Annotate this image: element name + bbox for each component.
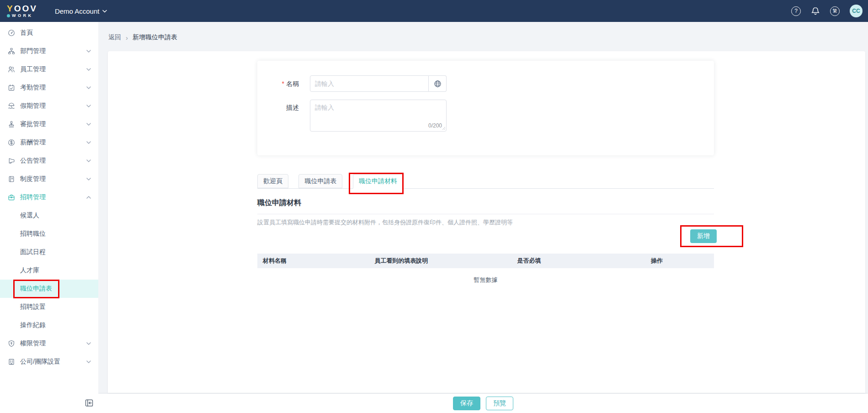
- account-name: Demo Account: [55, 7, 100, 15]
- desc-label-text: 描述: [286, 104, 299, 111]
- help-glyph: ?: [794, 8, 798, 14]
- sidebar-item-job-application-form[interactable]: 職位申請表: [0, 280, 98, 298]
- sidebar-item-home[interactable]: 首頁: [0, 24, 98, 42]
- dashboard-icon: [8, 29, 15, 37]
- user-avatar[interactable]: CC: [850, 5, 863, 17]
- name-label-text: 名稱: [286, 80, 299, 87]
- sidebar-item-payroll[interactable]: 薪酬管理: [0, 133, 98, 152]
- preview-button[interactable]: 預覽: [486, 397, 513, 410]
- sidebar-item-recruitment[interactable]: 招聘管理: [0, 188, 98, 206]
- name-field-label: *名稱: [257, 80, 299, 88]
- column-header-material-name: 材料名稱: [257, 257, 344, 265]
- resize-handle-icon[interactable]: [442, 126, 446, 130]
- app-window: YOOV WORK Demo Account ? 繁 CC 首頁: [0, 0, 868, 413]
- sidebar-item-policies[interactable]: 制度管理: [0, 170, 98, 188]
- sidebar-item-interview-schedule[interactable]: 面試日程: [0, 243, 98, 261]
- sidebar-item-approvals[interactable]: 審批管理: [0, 115, 98, 133]
- sidebar-item-label: 審批管理: [20, 120, 46, 128]
- name-input-group: [310, 75, 447, 92]
- description-textarea[interactable]: [310, 100, 447, 132]
- avatar-initials: CC: [852, 8, 860, 14]
- sidebar-item-label: 首頁: [20, 29, 33, 37]
- sidebar-item-label: 制度管理: [20, 175, 46, 183]
- sidebar-item-candidates[interactable]: 候選人: [0, 206, 98, 225]
- sidebar-item-label: 薪酬管理: [20, 138, 46, 147]
- sidebar-collapse-icon[interactable]: [85, 398, 94, 408]
- logo-dot-icon: [7, 14, 10, 17]
- language-glyph: 繁: [833, 8, 837, 14]
- briefcase-icon: [8, 194, 15, 201]
- sidebar-item-operation-records[interactable]: 操作紀錄: [0, 316, 98, 334]
- breadcrumb-current: 新增職位申請表: [133, 33, 177, 42]
- tab-label: 職位申請表: [304, 177, 336, 185]
- vacation-icon: [8, 102, 15, 110]
- sidebar-item-label: 候選人: [20, 212, 39, 220]
- sidebar-item-job-positions[interactable]: 招聘職位: [0, 225, 98, 243]
- section-description: 設置員工填寫職位申請時需要提交的材料附件，包括身份證原件復印件、個人證件照、學歷…: [257, 218, 714, 227]
- logo-work: WORK: [12, 14, 33, 18]
- sidebar-item-permissions[interactable]: 權限管理: [0, 334, 98, 353]
- sidebar-item-label: 面試日程: [20, 248, 46, 256]
- sidebar-item-label: 人才庫: [20, 266, 39, 275]
- calendar-check-icon: [8, 84, 15, 91]
- chevron-down-icon: [86, 105, 91, 107]
- logo-subline: WORK: [7, 14, 37, 18]
- chevron-down-icon: [86, 68, 91, 71]
- megaphone-icon: [8, 157, 15, 164]
- sidebar-item-company-settings[interactable]: 公司/團隊設置: [0, 353, 98, 371]
- column-header-instructions: 員工看到的填表說明: [344, 257, 458, 265]
- add-button[interactable]: 新增: [690, 229, 717, 243]
- save-button[interactable]: 保存: [453, 397, 480, 410]
- language-toggle[interactable]: 繁: [830, 6, 840, 16]
- sidebar-item-employees[interactable]: 員工管理: [0, 60, 98, 79]
- sidebar-item-label: 權限管理: [20, 339, 46, 348]
- name-input[interactable]: [310, 75, 429, 92]
- help-icon[interactable]: ?: [791, 6, 801, 16]
- form-card: *名稱 描述 0/200: [257, 61, 714, 155]
- handbook-icon: [8, 175, 15, 183]
- notification-bell-icon[interactable]: [811, 6, 820, 16]
- tab-welcome-page[interactable]: 歡迎頁: [257, 174, 288, 188]
- sidebar-item-announcements[interactable]: 公告管理: [0, 152, 98, 170]
- org-chart-icon: [8, 48, 15, 55]
- char-counter: 0/200: [428, 122, 442, 129]
- account-switcher[interactable]: Demo Account: [55, 7, 107, 15]
- sidebar-item-label: 員工管理: [20, 65, 46, 74]
- section-divider: [257, 214, 714, 214]
- sidebar-item-departments[interactable]: 部門管理: [0, 42, 98, 60]
- required-asterisk: *: [282, 80, 284, 87]
- translate-addon-button[interactable]: [429, 75, 447, 92]
- tab-job-application-materials[interactable]: 職位申請材料: [353, 174, 403, 189]
- sidebar-item-label: 操作紀錄: [20, 321, 46, 329]
- logo-y: Y: [7, 4, 14, 13]
- description-textarea-wrap: 0/200: [310, 100, 447, 132]
- header-actions: ? 繁 CC: [791, 5, 868, 17]
- sidebar-item-label: 假期管理: [20, 102, 46, 110]
- chevron-down-icon: [102, 10, 107, 13]
- sidebar-item-label: 考勤管理: [20, 84, 46, 92]
- chevron-down-icon: [86, 86, 91, 89]
- section-title: 職位申請材料: [257, 198, 301, 208]
- chevron-down-icon: [86, 360, 91, 363]
- sidebar-item-label: 公司/團隊設置: [20, 358, 60, 366]
- main-content-panel: *名稱 描述 0/200 歡迎頁 職位申請表 職位申請材料 職位申請材料 設置員…: [108, 51, 865, 393]
- chevron-down-icon: [86, 50, 91, 53]
- sidebar-item-label: 部門管理: [20, 47, 46, 55]
- tab-label: 職位申請材料: [359, 177, 397, 185]
- sidebar-item-label: 職位申請表: [20, 285, 52, 293]
- chevron-down-icon: [86, 141, 91, 144]
- yoov-work-logo[interactable]: YOOV WORK: [7, 4, 37, 18]
- footer-actions-bar: 保存 預覽: [98, 394, 868, 413]
- description-field-label: 描述: [257, 104, 299, 112]
- breadcrumb: 返回 › 新增職位申請表: [108, 31, 177, 44]
- sidebar-item-label: 公告管理: [20, 157, 46, 165]
- breadcrumb-separator: ›: [126, 34, 128, 42]
- breadcrumb-back-link[interactable]: 返回: [108, 33, 121, 42]
- sidebar-menu: 首頁 部門管理 員工管理 考勤管理 假期管理: [0, 22, 98, 371]
- sidebar-item-attendance[interactable]: 考勤管理: [0, 79, 98, 97]
- sidebar-item-recruitment-settings[interactable]: 招聘設置: [0, 298, 98, 316]
- shield-icon: [8, 340, 15, 347]
- tab-job-application-form[interactable]: 職位申請表: [298, 174, 342, 188]
- sidebar-item-leave[interactable]: 假期管理: [0, 97, 98, 115]
- sidebar-item-talent-pool[interactable]: 人才庫: [0, 261, 98, 280]
